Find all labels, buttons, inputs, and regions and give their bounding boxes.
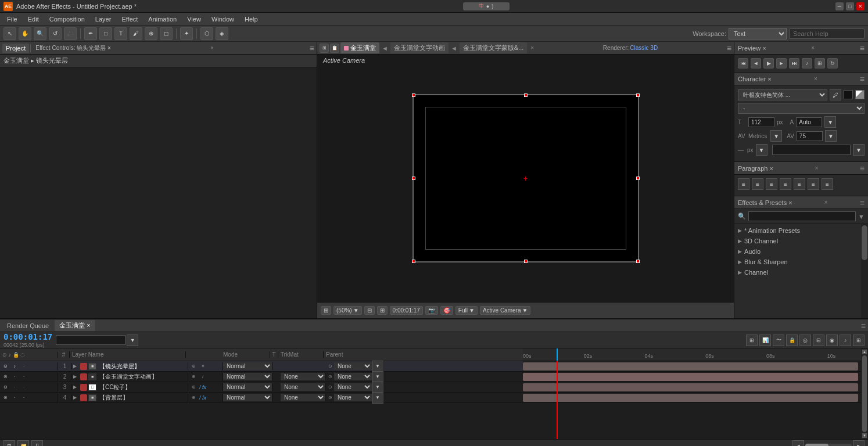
preview-skip-end[interactable]: ⏭ bbox=[789, 58, 799, 69]
unit-dropdown[interactable]: ▼ bbox=[756, 144, 767, 156]
layer2-parent[interactable]: None bbox=[334, 373, 372, 380]
layer2-lock[interactable]: · bbox=[20, 373, 28, 381]
layer-row-2[interactable]: ⊙ · · 2 ▶ ■ 【金玉满堂文字动画】 ⊕ / Normal bbox=[0, 372, 523, 382]
layer-search-input[interactable] bbox=[56, 335, 125, 345]
help-search-input[interactable] bbox=[789, 28, 865, 39]
character-menu[interactable]: ≡ bbox=[860, 74, 865, 84]
tool-rotate[interactable]: ↺ bbox=[49, 27, 62, 40]
layer3-trkmat[interactable]: None bbox=[281, 383, 326, 391]
menu-window[interactable]: Window bbox=[207, 15, 239, 24]
zoom-slider-thumb[interactable] bbox=[805, 444, 828, 447]
comp-active-view[interactable]: Active Camera ▼ bbox=[480, 306, 530, 315]
close-button[interactable]: ✕ bbox=[856, 2, 865, 10]
time-cursor[interactable] bbox=[557, 348, 558, 361]
handle-br[interactable] bbox=[636, 260, 640, 263]
effects-cat-animation[interactable]: ▶ * Animation Presets bbox=[734, 225, 861, 236]
layer4-mode[interactable]: Normal bbox=[223, 394, 272, 401]
tl-btn-lock[interactable]: 🔒 bbox=[786, 334, 798, 346]
layer4-parent-dropdown[interactable]: ▼ bbox=[372, 392, 383, 404]
effects-search-input[interactable] bbox=[748, 211, 856, 221]
timeline-menu[interactable]: ≡ bbox=[861, 321, 866, 330]
comp-cam-btn[interactable]: 📷 bbox=[425, 306, 438, 315]
layer2-parent-dropdown[interactable]: ▼ bbox=[372, 371, 383, 383]
menu-animation[interactable]: Animation bbox=[144, 15, 181, 24]
layer3-expand[interactable]: ▶ bbox=[73, 384, 79, 390]
tab-render-queue[interactable]: Render Queue bbox=[2, 321, 53, 330]
comp-lock-btn[interactable]: ⊞ bbox=[320, 44, 329, 53]
layer2-sw2[interactable]: / bbox=[199, 373, 207, 381]
effects-scrollbar[interactable] bbox=[861, 224, 868, 318]
align-right[interactable]: ≡ bbox=[766, 178, 777, 190]
color-swatch[interactable] bbox=[844, 90, 853, 99]
timeline-scrollbar-right[interactable]: ▲ ▼ bbox=[861, 348, 868, 439]
renderer-value[interactable]: Classic 3D bbox=[630, 45, 658, 51]
tl-btn-graph[interactable]: 📊 bbox=[759, 334, 771, 346]
tracking-dropdown[interactable]: ▼ bbox=[825, 130, 837, 142]
effects-cat-channel[interactable]: ▶ Channel bbox=[734, 267, 861, 278]
layer3-mode[interactable]: Normal bbox=[223, 383, 272, 391]
tl-btn-motion[interactable]: 〜 bbox=[773, 334, 784, 346]
stroke-swatch[interactable] bbox=[855, 90, 865, 99]
tracking-input[interactable] bbox=[797, 131, 823, 141]
layer4-trkmat[interactable]: None bbox=[281, 394, 326, 401]
tab-effect-controls[interactable]: Effect Controls: 镜头光晕层 × bbox=[32, 43, 114, 53]
layer4-fx[interactable]: / fx bbox=[199, 394, 207, 402]
comp-snap-btn[interactable]: 🎯 bbox=[440, 306, 453, 315]
minimize-button[interactable]: ─ bbox=[835, 2, 844, 10]
layer1-expand[interactable]: ▶ bbox=[73, 364, 79, 369]
tl-btn-solo[interactable]: ◉ bbox=[826, 334, 838, 346]
comp-aspect-btn[interactable]: ⊞ bbox=[321, 306, 331, 315]
track-row-1[interactable] bbox=[523, 361, 861, 372]
menu-help[interactable]: Help bbox=[240, 15, 263, 24]
layer2-color[interactable] bbox=[80, 373, 87, 380]
font-family-select[interactable]: 叶根友特色简体 ... bbox=[738, 89, 827, 100]
menu-layer[interactable]: Layer bbox=[91, 15, 116, 24]
window-controls[interactable]: ─ □ ✕ bbox=[835, 2, 865, 10]
workspace-select[interactable]: Text Standard Motion Tracking bbox=[729, 28, 787, 39]
layer3-sw1[interactable]: ⊕ bbox=[189, 383, 198, 391]
scroll-up-btn[interactable]: ▲ bbox=[862, 350, 867, 354]
menu-edit[interactable]: Edit bbox=[23, 15, 44, 24]
track-row-4[interactable] bbox=[523, 393, 861, 403]
comp-tab-close[interactable]: × bbox=[530, 45, 534, 51]
layer1-audio[interactable]: ♪ bbox=[10, 362, 19, 371]
font-style-select[interactable]: - bbox=[738, 103, 865, 114]
tab-composition-timeline[interactable]: 金玉满堂 × bbox=[55, 320, 95, 331]
scroll-down-btn[interactable]: ▼ bbox=[862, 433, 867, 438]
tl-bottom-render[interactable]: 📁 bbox=[17, 440, 29, 447]
comp-quality-select[interactable]: Full ▼ bbox=[455, 306, 478, 315]
tl-btn-shy[interactable]: ◎ bbox=[799, 334, 811, 346]
layer-row-4[interactable]: ⊙ · · 4 ▶ ■ 【背景层】 ⊕ / fx Normal bbox=[0, 393, 523, 403]
tool-brush[interactable]: 🖌 bbox=[130, 27, 142, 40]
comp-panel-menu[interactable]: ≡ bbox=[727, 44, 731, 53]
scroll-thumb[interactable] bbox=[862, 355, 867, 432]
menu-file[interactable]: File bbox=[2, 15, 22, 24]
layer3-parent[interactable]: None bbox=[334, 383, 372, 391]
track-row-3[interactable] bbox=[523, 382, 861, 393]
paragraph-close[interactable]: × bbox=[815, 165, 818, 171]
tool-snap[interactable]: ⬡ bbox=[200, 27, 213, 40]
tl-bottom-comp[interactable]: ⊞ bbox=[3, 440, 15, 447]
layer4-color[interactable] bbox=[80, 394, 87, 401]
tool-camera[interactable]: 🎥 bbox=[64, 27, 77, 40]
handle-ml[interactable] bbox=[412, 177, 415, 180]
layer1-lock[interactable]: · bbox=[20, 362, 28, 371]
character-close[interactable]: × bbox=[814, 75, 817, 82]
comp-grid-btn[interactable]: ⊞ bbox=[377, 306, 388, 315]
handle-tc[interactable] bbox=[524, 93, 528, 97]
layer4-audio[interactable]: · bbox=[10, 394, 19, 402]
menu-composition[interactable]: Composition bbox=[45, 15, 89, 24]
layer-row-1[interactable]: ⊙ ♪ · 1 ▶ ■ 【镜头光晕层】 ⊕ ✦ Normal bbox=[0, 361, 523, 372]
menu-effect[interactable]: Effect bbox=[117, 15, 142, 24]
layer2-sw1[interactable]: ⊕ bbox=[189, 373, 198, 381]
comp-tab-mask[interactable]: 金玉满堂文字蒙版&... bbox=[460, 42, 528, 53]
layer3-vis[interactable]: ⊙ bbox=[1, 383, 9, 391]
preview-menu[interactable]: ≡ bbox=[860, 44, 865, 53]
layer1-color[interactable] bbox=[80, 363, 87, 370]
handle-tl[interactable] bbox=[412, 93, 415, 97]
layer1-sw1[interactable]: ⊕ bbox=[189, 362, 198, 371]
comp-zoom-select[interactable]: (50%) ▼ bbox=[333, 306, 362, 315]
tool-3d[interactable]: ◈ bbox=[216, 27, 228, 40]
preview-audio[interactable]: ♪ bbox=[802, 58, 812, 69]
layer4-lock[interactable]: · bbox=[20, 394, 28, 402]
